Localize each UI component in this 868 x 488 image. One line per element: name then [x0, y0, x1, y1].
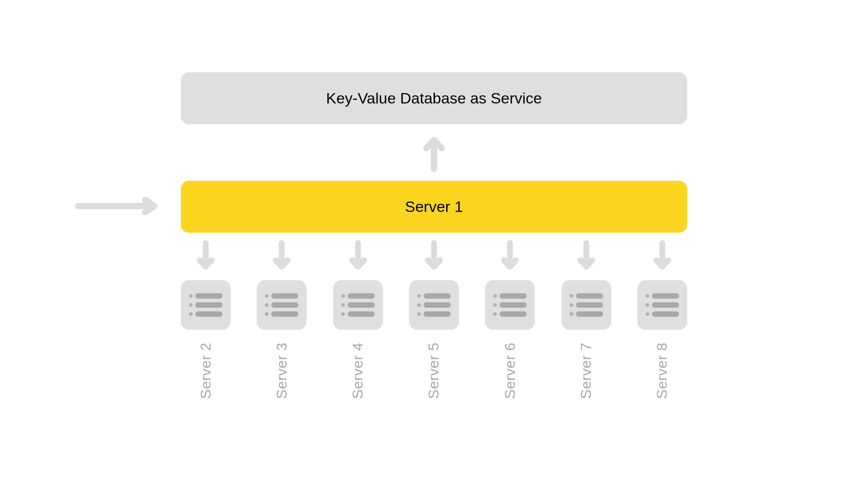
kv-database-label: Key-Value Database as Service	[326, 89, 542, 107]
architecture-diagram: Key-Value Database as Service Server 1	[0, 0, 868, 488]
server-column: Server 6	[485, 239, 535, 399]
arrow-right-icon	[75, 197, 160, 215]
arrow-down-icon	[273, 239, 291, 271]
server-1-block: Server 1	[181, 181, 687, 233]
server-1-label: Server 1	[405, 198, 463, 216]
storage-icon	[257, 280, 307, 330]
downstream-servers-row: Server 2 Server 3 Server 4	[181, 239, 687, 399]
kv-database-service-block: Key-Value Database as Service	[181, 72, 687, 124]
storage-icon	[181, 280, 231, 330]
server-column: Server 2	[181, 239, 231, 399]
server-column: Server 7	[561, 239, 611, 399]
server-label: Server 6	[502, 343, 519, 399]
arrow-down-icon	[501, 239, 519, 271]
storage-icon	[561, 280, 611, 330]
server-column: Server 8	[637, 239, 687, 399]
server-label: Server 2	[198, 343, 214, 399]
storage-icon	[409, 280, 459, 330]
storage-icon	[637, 280, 687, 330]
arrow-up-icon	[423, 136, 445, 172]
storage-icon	[485, 280, 535, 330]
server-label: Server 8	[654, 343, 670, 399]
storage-icon	[333, 280, 383, 330]
arrow-down-icon	[425, 239, 443, 271]
server-label: Server 7	[578, 343, 594, 399]
server-label: Server 3	[274, 343, 290, 399]
server-label: Server 4	[349, 343, 366, 399]
server-column: Server 3	[257, 239, 307, 399]
server-column: Server 4	[333, 239, 383, 399]
arrow-down-icon	[349, 239, 367, 271]
server-label: Server 5	[425, 343, 442, 399]
arrow-down-icon	[653, 239, 671, 271]
arrow-down-icon	[197, 239, 215, 271]
arrow-down-icon	[577, 239, 595, 271]
server-column: Server 5	[409, 239, 459, 399]
